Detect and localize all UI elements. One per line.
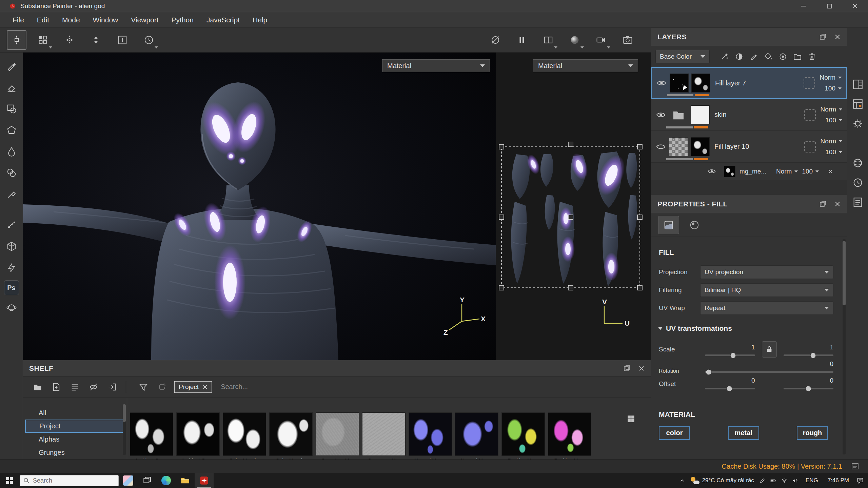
menu-help[interactable]: Help [246, 12, 274, 28]
delete-layer-icon[interactable] [808, 52, 816, 61]
resource-thumbnail[interactable]: Curvature M... [362, 412, 406, 459]
taskbar-edge-icon[interactable] [157, 473, 176, 488]
blend-mode-select[interactable]: Norm [821, 106, 842, 113]
scale-u-slider[interactable] [705, 354, 755, 356]
paint-brush-tool[interactable] [3, 57, 20, 75]
split-view-button[interactable] [538, 30, 558, 50]
visibility-eye-icon[interactable] [655, 143, 667, 150]
close-button[interactable] [842, 0, 868, 12]
camera-video-button[interactable] [591, 30, 611, 50]
layer-content-thumbnail[interactable] [670, 74, 689, 93]
properties-scrollbar[interactable] [843, 239, 846, 454]
resource-thumbnail[interactable]: Position Ma... [548, 412, 591, 459]
manipulator-gizmo-button[interactable] [7, 30, 26, 50]
projection-tool[interactable] [3, 100, 20, 118]
dock-texture-set-panel-icon[interactable] [852, 98, 864, 110]
dock-log-panel-icon[interactable] [852, 197, 864, 208]
taskbar-file-explorer-icon[interactable] [176, 473, 195, 488]
category-alphas[interactable]: Alphas [23, 433, 127, 446]
filter-tag-project[interactable]: Project [174, 381, 212, 393]
layer-row-skin[interactable]: skin Norm 100 [651, 99, 847, 131]
shelf-search-input[interactable] [221, 383, 641, 391]
opacity-select[interactable]: 100 [825, 85, 842, 92]
rotation-value[interactable]: 0 [705, 360, 833, 368]
camera-photo-button[interactable] [618, 30, 637, 50]
start-button[interactable] [0, 473, 19, 488]
channel-color-button[interactable]: color [659, 426, 690, 440]
menu-mode[interactable]: Mode [56, 12, 86, 28]
language-indicator[interactable]: ENG [804, 477, 820, 484]
notification-center-icon[interactable] [856, 477, 864, 484]
viewport-2d-material-select[interactable]: Material [533, 59, 638, 72]
refresh-shelf-icon[interactable] [155, 380, 170, 394]
tray-pen-icon[interactable] [760, 478, 765, 484]
viewport-3d-canvas[interactable]: Material Y X Z [23, 53, 496, 360]
symmetry-x-button[interactable] [60, 30, 79, 50]
resource-list-icon[interactable] [67, 380, 82, 394]
visibility-eye-icon[interactable] [655, 79, 668, 87]
close-panel-icon[interactable] [834, 34, 841, 40]
add-mask-icon[interactable] [735, 52, 744, 61]
material-mode-button[interactable] [565, 30, 585, 50]
offset-u-slider[interactable] [705, 388, 755, 389]
maximize-button[interactable] [816, 0, 842, 12]
history-clock-button[interactable] [139, 30, 159, 50]
resource-thumbnail[interactable]: Position Ma... [501, 412, 545, 459]
folder-icon[interactable] [669, 105, 688, 124]
layer-content-thumbnail[interactable] [669, 137, 688, 156]
tab-fill-properties[interactable] [658, 216, 679, 234]
layer-row-fill-layer-10[interactable]: Fill layer 10 Norm 100 [651, 131, 847, 163]
display-settings-toggle-button[interactable] [486, 30, 505, 50]
menu-python[interactable]: Python [165, 12, 200, 28]
channel-filter-select[interactable]: Base Color [655, 50, 710, 63]
taskbar-search-input[interactable] [33, 477, 107, 484]
tray-battery-icon[interactable] [770, 478, 776, 484]
add-effect-icon[interactable] [720, 52, 729, 61]
add-frame-button[interactable] [113, 30, 132, 50]
effects-tool[interactable] [3, 259, 20, 277]
uv-wrap-select[interactable]: Repeat [700, 301, 833, 315]
filtering-select[interactable]: Bilinear | HQ [700, 283, 833, 297]
particles-tool[interactable] [3, 216, 20, 234]
resource-thumbnail[interactable]: Color Map f... [269, 412, 313, 459]
add-fill-layer-icon[interactable] [764, 52, 773, 61]
category-grunges[interactable]: Grunges [23, 446, 127, 459]
offset-u-value[interactable]: 0 [705, 377, 755, 384]
grid-view-icon[interactable] [627, 414, 635, 423]
dock-settings-panel-icon[interactable] [852, 118, 864, 129]
geometry-mask-tool[interactable] [3, 238, 20, 255]
categories-scrollbar[interactable] [123, 404, 126, 455]
visibility-eye-icon[interactable] [706, 168, 718, 175]
polygon-fill-tool[interactable] [3, 121, 20, 139]
hide-resources-icon[interactable] [86, 380, 101, 394]
resource-thumbnail[interactable]: Ambient Occ... [176, 412, 220, 459]
menu-edit[interactable]: Edit [31, 12, 56, 28]
blend-mode-select[interactable]: Norm [820, 74, 842, 81]
import-resources-icon[interactable] [105, 380, 120, 394]
scale-v-slider[interactable] [784, 354, 834, 356]
layer-row-fill-layer-7[interactable]: Fill layer 7 Norm 100 [651, 67, 847, 99]
remove-effect-icon[interactable] [828, 169, 833, 174]
undock-panel-icon[interactable] [819, 200, 827, 208]
rotation-slider[interactable] [705, 371, 833, 373]
add-folder-icon[interactable] [793, 52, 802, 61]
resource-thumbnail[interactable]: Curvature M... [316, 412, 359, 459]
category-project[interactable]: Project [25, 420, 125, 433]
resource-thumbnail[interactable]: Normal Map... [409, 412, 452, 459]
layer-mask-thumbnail[interactable] [691, 74, 710, 93]
clone-tool[interactable] [3, 164, 20, 182]
photoshop-icon[interactable]: Ps [4, 280, 19, 295]
blend-mode-select[interactable]: Norm [821, 138, 842, 145]
menu-viewport[interactable]: Viewport [124, 12, 165, 28]
projection-select[interactable]: UV projection [700, 265, 833, 279]
new-resource-icon[interactable] [49, 380, 64, 394]
task-view-button[interactable] [138, 473, 157, 488]
close-panel-icon[interactable] [834, 201, 841, 207]
close-panel-icon[interactable] [638, 365, 645, 372]
remove-filter-icon[interactable] [203, 385, 208, 389]
add-smart-material-icon[interactable] [778, 52, 787, 61]
material-picker-tool[interactable] [3, 185, 20, 203]
offset-v-slider[interactable] [784, 388, 834, 389]
tray-volume-icon[interactable] [792, 478, 798, 484]
offset-v-value[interactable]: 0 [784, 377, 834, 384]
